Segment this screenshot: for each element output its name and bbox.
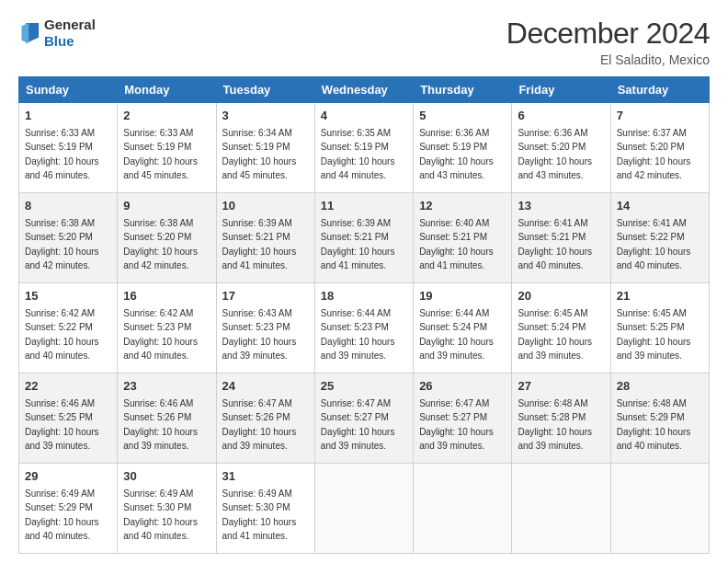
calendar-cell: 5Sunrise: 6:36 AMSunset: 5:19 PMDaylight… [414, 103, 512, 193]
calendar-cell: 11Sunrise: 6:39 AMSunset: 5:21 PMDayligh… [314, 193, 413, 283]
calendar-cell: 25Sunrise: 6:47 AMSunset: 5:27 PMDayligh… [314, 373, 413, 464]
day-number: 17 [222, 288, 309, 305]
day-number: 26 [419, 378, 506, 396]
day-number: 1 [25, 108, 111, 125]
day-info: Sunrise: 6:33 AMSunset: 5:19 PMDaylight:… [25, 128, 99, 181]
day-number: 22 [25, 378, 111, 396]
day-info: Sunrise: 6:49 AMSunset: 5:30 PMDaylight:… [123, 488, 198, 542]
day-number: 30 [123, 468, 210, 486]
weekday-header-cell: Thursday [414, 77, 512, 103]
calendar-cell: 31Sunrise: 6:49 AMSunset: 5:30 PMDayligh… [216, 464, 314, 554]
day-info: Sunrise: 6:33 AMSunset: 5:19 PMDaylight:… [123, 128, 198, 181]
day-info: Sunrise: 6:45 AMSunset: 5:24 PMDaylight:… [518, 308, 592, 362]
weekday-header-cell: Wednesday [314, 77, 413, 103]
day-number: 20 [518, 288, 604, 305]
logo-icon [18, 20, 40, 46]
day-info: Sunrise: 6:40 AMSunset: 5:21 PMDaylight:… [419, 218, 494, 271]
day-info: Sunrise: 6:46 AMSunset: 5:26 PMDaylight:… [123, 398, 198, 452]
day-number: 6 [518, 108, 604, 125]
day-number: 16 [123, 288, 210, 305]
calendar-cell: 1Sunrise: 6:33 AMSunset: 5:19 PMDaylight… [19, 103, 118, 193]
day-number: 7 [617, 108, 703, 125]
calendar-cell [314, 464, 413, 554]
calendar-cell: 26Sunrise: 6:47 AMSunset: 5:27 PMDayligh… [414, 373, 512, 464]
weekday-header-cell: Friday [512, 77, 610, 103]
day-info: Sunrise: 6:39 AMSunset: 5:21 PMDaylight:… [321, 218, 395, 271]
month-title: December 2024 [506, 17, 710, 51]
calendar-cell: 12Sunrise: 6:40 AMSunset: 5:21 PMDayligh… [414, 193, 512, 283]
calendar-cell [512, 464, 610, 554]
day-number: 15 [25, 288, 111, 305]
weekday-header-cell: Sunday [19, 77, 118, 103]
weekday-header-cell: Tuesday [216, 77, 314, 103]
calendar-cell [610, 464, 709, 554]
calendar-cell: 24Sunrise: 6:47 AMSunset: 5:26 PMDayligh… [216, 373, 314, 464]
calendar-cell: 16Sunrise: 6:42 AMSunset: 5:23 PMDayligh… [118, 283, 216, 373]
day-info: Sunrise: 6:42 AMSunset: 5:22 PMDaylight:… [25, 308, 99, 362]
calendar-cell: 30Sunrise: 6:49 AMSunset: 5:30 PMDayligh… [118, 464, 216, 554]
header: General Blue December 2024 El Saladito, … [18, 17, 710, 67]
calendar-cell: 15Sunrise: 6:42 AMSunset: 5:22 PMDayligh… [19, 283, 118, 373]
day-number: 11 [321, 198, 407, 215]
calendar-cell: 21Sunrise: 6:45 AMSunset: 5:25 PMDayligh… [610, 283, 709, 373]
calendar-cell [414, 464, 512, 554]
day-info: Sunrise: 6:47 AMSunset: 5:26 PMDaylight:… [222, 398, 297, 452]
day-info: Sunrise: 6:42 AMSunset: 5:23 PMDaylight:… [123, 308, 198, 362]
day-number: 5 [419, 108, 506, 125]
day-number: 14 [617, 198, 703, 215]
location: El Saladito, Mexico [506, 52, 710, 67]
calendar-cell: 14Sunrise: 6:41 AMSunset: 5:22 PMDayligh… [610, 193, 709, 283]
day-info: Sunrise: 6:44 AMSunset: 5:23 PMDaylight:… [321, 308, 395, 362]
calendar-cell: 29Sunrise: 6:49 AMSunset: 5:29 PMDayligh… [19, 464, 118, 554]
day-info: Sunrise: 6:39 AMSunset: 5:21 PMDaylight:… [222, 218, 297, 271]
calendar-cell: 6Sunrise: 6:36 AMSunset: 5:20 PMDaylight… [512, 103, 610, 193]
calendar-cell: 27Sunrise: 6:48 AMSunset: 5:28 PMDayligh… [512, 373, 610, 464]
day-number: 12 [419, 198, 506, 215]
calendar-cell: 9Sunrise: 6:38 AMSunset: 5:20 PMDaylight… [118, 193, 216, 283]
calendar-cell: 10Sunrise: 6:39 AMSunset: 5:21 PMDayligh… [216, 193, 314, 283]
calendar-cell: 3Sunrise: 6:34 AMSunset: 5:19 PMDaylight… [216, 103, 314, 193]
day-number: 2 [123, 108, 210, 125]
day-number: 13 [518, 198, 604, 215]
day-info: Sunrise: 6:37 AMSunset: 5:20 PMDaylight:… [617, 128, 691, 181]
calendar-cell: 2Sunrise: 6:33 AMSunset: 5:19 PMDaylight… [118, 103, 216, 193]
day-number: 10 [222, 198, 309, 215]
day-info: Sunrise: 6:45 AMSunset: 5:25 PMDaylight:… [617, 308, 691, 362]
day-info: Sunrise: 6:47 AMSunset: 5:27 PMDaylight:… [419, 398, 494, 452]
weekday-header-cell: Saturday [610, 77, 709, 103]
calendar-cell: 13Sunrise: 6:41 AMSunset: 5:21 PMDayligh… [512, 193, 610, 283]
calendar-cell: 19Sunrise: 6:44 AMSunset: 5:24 PMDayligh… [414, 283, 512, 373]
day-number: 21 [617, 288, 703, 305]
logo: General Blue [18, 17, 96, 50]
calendar-cell: 23Sunrise: 6:46 AMSunset: 5:26 PMDayligh… [118, 373, 216, 464]
day-info: Sunrise: 6:38 AMSunset: 5:20 PMDaylight:… [123, 218, 198, 271]
day-info: Sunrise: 6:46 AMSunset: 5:25 PMDaylight:… [25, 398, 99, 452]
day-number: 24 [222, 378, 309, 396]
day-info: Sunrise: 6:43 AMSunset: 5:23 PMDaylight:… [222, 308, 297, 362]
day-number: 18 [321, 288, 407, 305]
day-number: 25 [321, 378, 407, 396]
day-number: 4 [321, 108, 407, 125]
calendar-cell: 28Sunrise: 6:48 AMSunset: 5:29 PMDayligh… [610, 373, 709, 464]
day-number: 3 [222, 108, 309, 125]
calendar-cell: 22Sunrise: 6:46 AMSunset: 5:25 PMDayligh… [19, 373, 118, 464]
day-info: Sunrise: 6:41 AMSunset: 5:21 PMDaylight:… [518, 218, 592, 271]
day-info: Sunrise: 6:44 AMSunset: 5:24 PMDaylight:… [419, 308, 494, 362]
day-number: 19 [419, 288, 506, 305]
day-number: 28 [617, 378, 703, 396]
calendar-cell: 8Sunrise: 6:38 AMSunset: 5:20 PMDaylight… [19, 193, 118, 283]
calendar-cell: 20Sunrise: 6:45 AMSunset: 5:24 PMDayligh… [512, 283, 610, 373]
calendar-cell: 7Sunrise: 6:37 AMSunset: 5:20 PMDaylight… [610, 103, 709, 193]
day-info: Sunrise: 6:48 AMSunset: 5:28 PMDaylight:… [518, 398, 592, 452]
day-info: Sunrise: 6:38 AMSunset: 5:20 PMDaylight:… [25, 218, 99, 271]
page: General Blue December 2024 El Saladito, … [0, 0, 728, 563]
day-info: Sunrise: 6:36 AMSunset: 5:19 PMDaylight:… [419, 128, 494, 181]
day-number: 23 [123, 378, 210, 396]
day-info: Sunrise: 6:34 AMSunset: 5:19 PMDaylight:… [222, 128, 297, 181]
day-number: 29 [25, 468, 111, 486]
day-info: Sunrise: 6:49 AMSunset: 5:30 PMDaylight:… [222, 488, 297, 542]
day-info: Sunrise: 6:49 AMSunset: 5:29 PMDaylight:… [25, 488, 99, 542]
day-number: 9 [123, 198, 210, 215]
day-info: Sunrise: 6:47 AMSunset: 5:27 PMDaylight:… [321, 398, 395, 452]
day-number: 8 [25, 198, 111, 215]
